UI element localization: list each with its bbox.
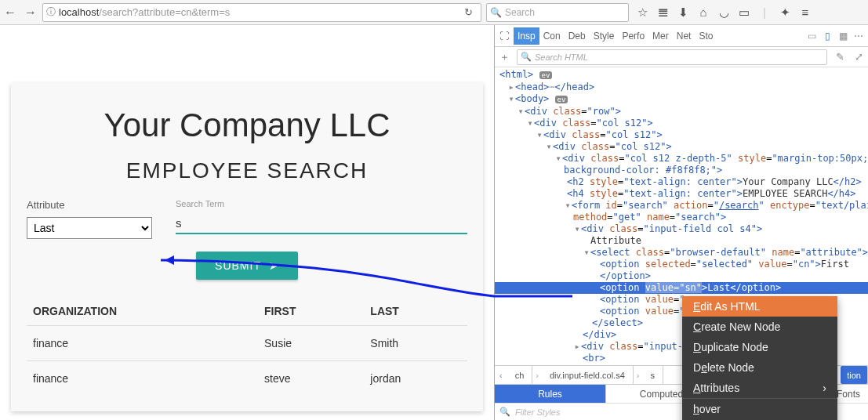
- table-row: finance Susie Smith: [27, 326, 467, 361]
- results-table: ORGANIZATION FIRST LAST finance Susie Sm…: [27, 297, 467, 396]
- url-bar[interactable]: ⓘ localhost/search?attribute=cn&term=s ↻: [42, 3, 481, 22]
- tab-memory[interactable]: Mer: [648, 27, 673, 45]
- responsive-icon[interactable]: ▭: [805, 31, 818, 42]
- html-search-input[interactable]: 🔍 Search HTML: [517, 49, 827, 65]
- col-org: ORGANIZATION: [27, 297, 258, 326]
- downloads-icon[interactable]: ⬇: [676, 5, 690, 20]
- table-row: finance steve jordan: [27, 361, 467, 396]
- home-icon[interactable]: ⌂: [696, 5, 710, 19]
- term-label: Search Term: [176, 199, 467, 208]
- reader-icon[interactable]: ▭: [737, 5, 751, 20]
- selected-dom-node[interactable]: <option value="sn">Last</option>: [495, 282, 868, 294]
- settings-icon[interactable]: ▦: [837, 31, 849, 42]
- tab-network[interactable]: Net: [673, 27, 695, 45]
- company-heading: Your Company LLC: [27, 107, 467, 144]
- page-viewport: Your Company LLC EMPLOYEE SEARCH Attribu…: [0, 25, 494, 420]
- search-term-input[interactable]: [176, 213, 467, 234]
- sep-icon: |: [757, 5, 772, 19]
- tab-performance[interactable]: Perfo: [618, 27, 648, 45]
- ctx-create-new-node[interactable]: Create New Node: [682, 317, 837, 337]
- toggle-icon[interactable]: ⤢: [849, 51, 868, 63]
- bookmark-star-icon[interactable]: ☆: [635, 5, 649, 20]
- ctx-attributes[interactable]: Attributes: [682, 378, 837, 398]
- extension-icon[interactable]: ✦: [778, 5, 792, 20]
- ctx-edit-as-html[interactable]: Edit As HTML: [682, 296, 837, 317]
- add-node-icon[interactable]: ＋: [495, 50, 514, 64]
- col-first: FIRST: [258, 297, 364, 326]
- ctx-hover[interactable]: hover: [682, 399, 837, 419]
- search-icon: 🔍: [521, 52, 532, 62]
- crumb-item[interactable]: div.input-field.col.s4: [542, 366, 634, 384]
- library-icon[interactable]: 𝌆: [656, 5, 670, 20]
- toolbar-icons: ☆ 𝌆 ⬇ ⌂ ◡ ▭ | ✦ ≡: [635, 5, 812, 20]
- tab-debugger[interactable]: Deb: [565, 27, 590, 45]
- submit-button[interactable]: SUBMIT ➤: [196, 252, 298, 280]
- crumb-selected[interactable]: tion: [841, 366, 868, 384]
- crumb-item[interactable]: ch: [507, 366, 533, 384]
- reload-button[interactable]: ↻: [459, 6, 478, 18]
- url-text: localhost/search?attribute=cn&term=s: [59, 6, 230, 18]
- page-card: Your Company LLC EMPLOYEE SEARCH Attribu…: [11, 83, 483, 411]
- tab-rules[interactable]: Rules: [495, 385, 606, 403]
- search-icon: 🔍: [499, 407, 510, 417]
- send-icon: ➤: [269, 259, 279, 272]
- dock-icon[interactable]: ▯: [821, 31, 833, 42]
- context-menu: Edit As HTML Create New Node Duplicate N…: [682, 296, 837, 420]
- eyedropper-icon[interactable]: ✎: [830, 51, 849, 63]
- tab-style[interactable]: Style: [590, 27, 619, 45]
- site-info-icon[interactable]: ⓘ: [46, 5, 56, 19]
- menu-icon[interactable]: ≡: [798, 5, 812, 19]
- browser-toolbar: ← → ⓘ localhost/search?attribute=cn&term…: [0, 0, 868, 25]
- back-button[interactable]: ←: [0, 2, 20, 23]
- tab-storage[interactable]: Sto: [695, 27, 717, 45]
- tab-inspector[interactable]: Insp: [514, 27, 539, 45]
- ctx-duplicate-node[interactable]: Duplicate Node: [682, 337, 837, 357]
- attribute-label: Attribute: [27, 199, 160, 211]
- attribute-select[interactable]: Last: [27, 217, 152, 239]
- devtools-tabs: ⛶ Insp Con Deb Style Perfo Mer Net Sto ▭…: [495, 25, 868, 47]
- element-picker-icon[interactable]: ⛶: [495, 31, 514, 42]
- col-last: LAST: [364, 297, 467, 326]
- forward-button[interactable]: →: [20, 2, 41, 23]
- page-subtitle: EMPLOYEE SEARCH: [27, 158, 467, 183]
- tab-console[interactable]: Con: [539, 27, 565, 45]
- crumb-item[interactable]: s: [642, 366, 663, 384]
- pocket-icon[interactable]: ◡: [717, 5, 731, 20]
- more-icon[interactable]: ⋯: [852, 31, 865, 42]
- search-icon: 🔍: [490, 7, 502, 18]
- search-placeholder: Search: [505, 7, 535, 18]
- browser-search[interactable]: 🔍 Search: [486, 3, 629, 22]
- ctx-delete-node[interactable]: Delete Node: [682, 357, 837, 378]
